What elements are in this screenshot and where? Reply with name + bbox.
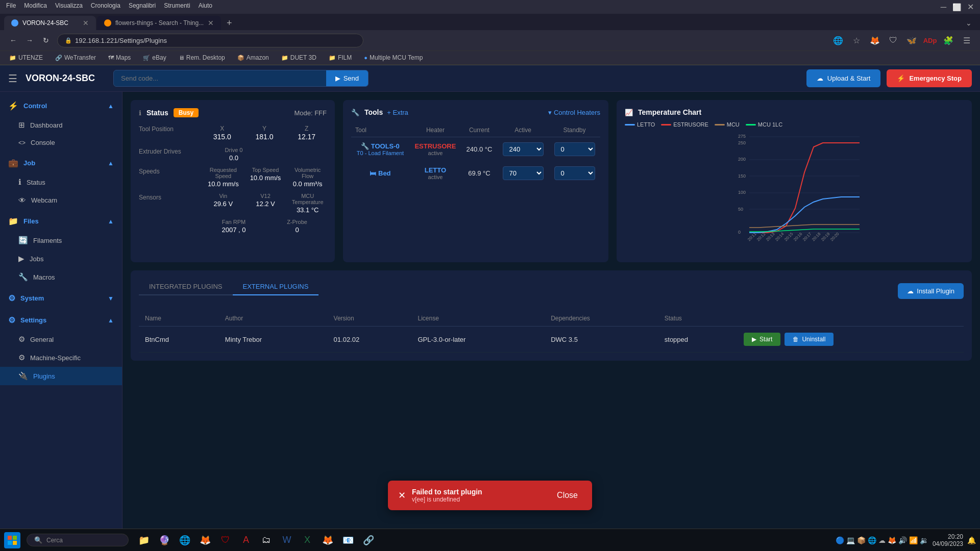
standby-temp-select-1[interactable]: 0 — [554, 166, 595, 180]
sidebar-item-webcam[interactable]: 👁 Webcam — [0, 191, 122, 209]
active-temp-select-0[interactable]: 240 — [503, 142, 544, 156]
translate-icon[interactable]: 🌐 — [831, 33, 845, 47]
bookmark-maps[interactable]: 🗺 Maps — [105, 53, 134, 62]
bookmark-mcu-temp[interactable]: ● Multiple MCU Temp — [361, 53, 426, 62]
tab-external-plugins[interactable]: EXTERNAL PLUGINS — [233, 279, 319, 295]
nav-back[interactable]: ← — [6, 33, 20, 47]
menu-cronologia[interactable]: Cronologia — [91, 2, 120, 12]
flowers-tab-close[interactable]: ✕ — [208, 19, 214, 27]
menu-strumenti[interactable]: Strumenti — [164, 2, 190, 12]
menu-aiuto[interactable]: Aiuto — [199, 2, 212, 12]
new-tab-button[interactable]: + — [222, 16, 236, 30]
nav-reload[interactable]: ↻ — [39, 33, 53, 47]
network-icon[interactable]: 🌐 — [868, 536, 876, 544]
taskbar-search-box[interactable]: 🔍 Cerca — [27, 534, 129, 546]
taskbar-app-antivirus[interactable]: 🛡 — [216, 531, 235, 549]
send-button[interactable]: ▶ Send — [326, 70, 368, 86]
bookmark-icon[interactable]: ☆ — [849, 33, 864, 47]
browser-tab-voron[interactable]: VORON-24-SBC ✕ — [4, 16, 96, 30]
sidebar-item-status[interactable]: ℹ Status — [0, 173, 122, 191]
taskbar-app-explorer[interactable]: 📁 — [135, 531, 153, 549]
voron-tab-close[interactable]: ✕ — [83, 19, 89, 27]
notification-icon[interactable]: 🔔 — [967, 536, 976, 544]
send-code-input[interactable] — [114, 70, 326, 86]
standby-temp-select-0[interactable]: 0 — [554, 142, 595, 156]
control-heaters-link[interactable]: ▾ Control Heaters — [548, 109, 600, 116]
sidebar-control-header[interactable]: ⚡ Control ▲ — [0, 96, 122, 116]
window-close[interactable]: ✕ — [967, 2, 974, 12]
taskbar-app-browser2[interactable]: 🦊 — [318, 531, 337, 549]
bookmark-film[interactable]: 📁 FILM — [326, 53, 355, 62]
browser-actions: 🌐 ☆ 🦊 🛡 🦋 ADp 🧩 ☰ — [831, 33, 974, 47]
active-temp-select-1[interactable]: 70 — [503, 166, 544, 180]
upload-start-button[interactable]: ☁ Upload & Start — [806, 69, 881, 87]
toast-close-button[interactable]: Close — [553, 489, 582, 502]
menu-file[interactable]: File — [6, 2, 16, 12]
taskbar-app-folder[interactable]: 🗂 — [257, 531, 276, 549]
taskbar-app-cortana[interactable]: 🔮 — [155, 531, 174, 549]
bookmark-amazon[interactable]: 📦 Amazon — [234, 53, 272, 62]
taskbar-app-excel[interactable]: X — [298, 531, 316, 549]
emergency-stop-button[interactable]: ⚡ Emergency Stop — [887, 69, 972, 87]
bookmark-ebay[interactable]: 🛒 eBay — [140, 53, 169, 62]
system-section-icon: ⚙ — [8, 293, 15, 303]
start-button[interactable] — [4, 532, 20, 548]
tools-extra-link[interactable]: + Extra — [387, 109, 408, 116]
taskbar-app-word[interactable]: W — [278, 531, 296, 549]
shield-icon[interactable]: 🛡 — [886, 33, 900, 47]
bookmark-wetransfer[interactable]: 🔗 WeTransfer — [52, 53, 99, 62]
taskbar-app-other[interactable]: 🔗 — [359, 531, 378, 549]
sidebar-item-jobs[interactable]: ▶ Jobs — [0, 249, 122, 268]
flowers-tab-label: flowers-things - Search - Thing... — [115, 19, 204, 27]
svg-text:250: 250 — [738, 140, 746, 145]
hamburger-menu[interactable]: ☰ — [8, 72, 17, 85]
sidebar-item-filaments[interactable]: 🔄 Filaments — [0, 231, 122, 249]
volume-icon[interactable]: 🔉 — [920, 536, 928, 544]
taskbar-app-edge[interactable]: 🌐 — [176, 531, 194, 549]
cloud-icon[interactable]: ☁ — [878, 536, 886, 544]
wifi-icon[interactable]: 📶 — [909, 536, 918, 544]
extensions-icon[interactable]: 🧩 — [941, 33, 955, 47]
taskbar-app-outlook[interactable]: 📧 — [339, 531, 357, 549]
install-plugin-button[interactable]: ☁ Install Plugin — [898, 283, 964, 299]
sound-icon[interactable]: 🔊 — [898, 536, 907, 544]
sidebar-item-console[interactable]: <> Console — [0, 134, 122, 151]
sidebar-item-machine-specific[interactable]: ⚙ Machine-Specific — [0, 348, 122, 367]
kvm-icon[interactable]: 💻 — [846, 536, 855, 544]
sidebar-job-header[interactable]: 💼 Job ▲ — [0, 153, 122, 173]
taskbar-datetime[interactable]: 20:20 04/09/2023 — [933, 533, 963, 547]
browser-action2[interactable]: ADp — [923, 33, 937, 47]
browser-tab-flowers[interactable]: flowers-things - Search - Thing... ✕ — [97, 16, 221, 30]
browser-chrome: File Modifica Visualizza Cronologia Segn… — [0, 0, 980, 65]
load-filament-link[interactable]: T0 - Load Filament — [357, 150, 404, 156]
browser-action1[interactable]: 🦋 — [904, 33, 919, 47]
menu-segnalibri[interactable]: Segnalibri — [129, 2, 156, 12]
browser-menu-icon[interactable]: ☰ — [960, 33, 974, 47]
window-maximize[interactable]: ⬜ — [952, 3, 961, 11]
btncmd-start-button[interactable]: ▶ Start — [744, 333, 780, 346]
taskbar-app-firefox[interactable]: 🦊 — [196, 531, 214, 549]
taskbar-app-autocad[interactable]: A — [237, 531, 255, 549]
sidebar-item-plugins[interactable]: 🔌 Plugins — [0, 367, 122, 385]
bluetooth-icon[interactable]: 🔵 — [836, 536, 844, 544]
menu-visualizza[interactable]: Visualizza — [55, 2, 83, 12]
window-minimize[interactable]: ─ — [941, 3, 946, 12]
address-input-wrapper[interactable]: 🔒 192.168.1.221/Settings/Plugins — [57, 34, 363, 47]
bookmark-duet3d[interactable]: 📁 DUET 3D — [278, 53, 320, 62]
sidebar-files-header[interactable]: 📁 Files ▲ — [0, 211, 122, 231]
vm-icon[interactable]: 📦 — [857, 536, 866, 544]
menu-modifica[interactable]: Modifica — [24, 2, 47, 12]
btncmd-uninstall-button[interactable]: 🗑 Uninstall — [785, 333, 834, 346]
col-active: Active — [497, 123, 549, 137]
sidebar-settings-header[interactable]: ⚙ Settings ▲ — [0, 310, 122, 330]
nav-forward[interactable]: → — [22, 33, 37, 47]
bookmark-utenze[interactable]: 📁 UTENZE — [6, 53, 46, 62]
bookmark-remdesktop[interactable]: 🖥 Rem. Desktop — [176, 53, 228, 62]
tab-integrated-plugins[interactable]: INTEGRATED PLUGINS — [139, 279, 233, 295]
firefox-tray-icon[interactable]: 🦊 — [888, 536, 896, 544]
sidebar-item-dashboard[interactable]: ⊞ Dashboard — [0, 116, 122, 134]
sidebar-system-header[interactable]: ⚙ System ▼ — [0, 288, 122, 308]
sidebar-item-general[interactable]: ⚙ General — [0, 330, 122, 348]
tabs-collapse[interactable]: ⌄ — [962, 17, 976, 29]
sidebar-item-macros[interactable]: 🔧 Macros — [0, 268, 122, 286]
